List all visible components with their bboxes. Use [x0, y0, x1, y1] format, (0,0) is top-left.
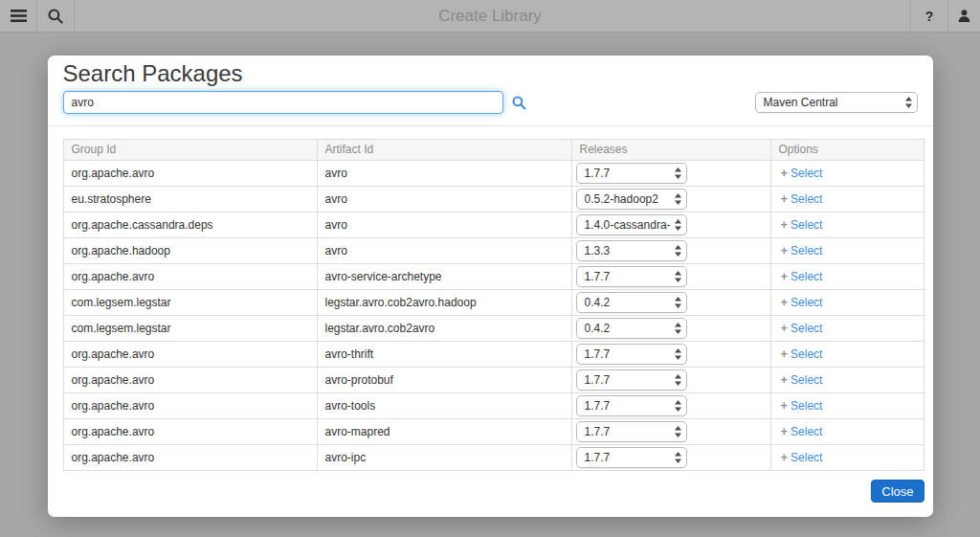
select-arrows-icon: [675, 193, 681, 205]
releases-cell: 0.4.2: [571, 290, 770, 316]
menu-button[interactable]: [0, 0, 37, 32]
select-arrows-icon: [675, 271, 681, 282]
table-row: org.apache.avro avro-ipc 1.7.7 + Select: [63, 445, 924, 471]
table-row: org.apache.avro avro-protobuf 1.7.7 + Se…: [63, 368, 924, 393]
select-package-link[interactable]: + Select: [781, 163, 823, 184]
select-arrows-icon: [675, 426, 681, 437]
releases-cell: 1.7.7: [571, 419, 770, 445]
package-results-table: Group Id Artifact Id Releases Options or…: [63, 139, 924, 471]
release-version-select[interactable]: 1.7.7: [576, 344, 687, 365]
select-arrows-icon: [675, 219, 681, 231]
artifact-id-cell: avro-tools: [317, 393, 571, 419]
artifact-id-cell: avro-ipc: [317, 445, 571, 471]
release-version-select[interactable]: 1.7.7: [576, 421, 687, 442]
release-version-select[interactable]: 0.5.2-hadoop2: [576, 189, 687, 210]
search-row: Maven Central: [63, 91, 918, 114]
table-row: org.apache.avro avro-mapred 1.7.7 + Sele…: [63, 419, 924, 445]
column-header-group-id: Group Id: [63, 140, 317, 161]
release-version-select[interactable]: 1.7.7: [576, 163, 687, 184]
hamburger-icon: [11, 10, 27, 22]
user-menu-button[interactable]: [947, 0, 980, 32]
release-version-select[interactable]: 1.3.3: [576, 240, 687, 261]
table-header-row: Group Id Artifact Id Releases Options: [63, 140, 924, 161]
releases-cell: 1.7.7: [571, 393, 770, 419]
package-search-input[interactable]: [63, 91, 503, 114]
group-id-cell: org.apache.avro: [63, 342, 317, 368]
select-arrows-icon: [905, 97, 912, 108]
table-row: com.legsem.legstar legstar.avro.cob2avro…: [63, 316, 924, 342]
help-button[interactable]: ?: [910, 0, 947, 32]
options-cell: + Select: [770, 419, 924, 445]
navbar-right-group: ?: [910, 0, 980, 32]
select-package-link[interactable]: + Select: [781, 421, 823, 442]
select-arrows-icon: [675, 168, 681, 179]
release-version-select[interactable]: 0.4.2: [576, 292, 687, 313]
column-header-releases: Releases: [571, 140, 770, 161]
group-id-cell: org.apache.cassandra.deps: [63, 213, 317, 238]
select-package-link[interactable]: + Select: [781, 189, 823, 210]
select-link-label: Select: [791, 163, 822, 184]
select-package-link[interactable]: + Select: [781, 318, 823, 339]
table-row: org.apache.avro avro-thrift 1.7.7 + Sele…: [63, 342, 924, 368]
artifact-id-cell: avro-thrift: [317, 342, 571, 368]
modal-title: Search Packages: [63, 60, 918, 87]
plus-icon: +: [781, 421, 789, 442]
select-package-link[interactable]: + Select: [781, 369, 823, 391]
select-arrows-icon: [675, 323, 681, 334]
release-version-select[interactable]: 1.7.7: [576, 395, 687, 416]
select-package-link[interactable]: + Select: [781, 292, 823, 313]
artifact-id-cell: avro-mapred: [317, 419, 571, 445]
select-package-link[interactable]: + Select: [781, 240, 823, 261]
select-package-link[interactable]: + Select: [781, 395, 823, 416]
releases-cell: 1.7.7: [571, 445, 770, 471]
repository-select[interactable]: Maven Central: [755, 92, 918, 113]
group-id-cell: org.apache.hadoop: [63, 238, 317, 264]
select-arrows-icon: [675, 452, 681, 463]
package-table-body: org.apache.avro avro 1.7.7 + Select eu.s…: [63, 161, 924, 471]
select-link-label: Select: [791, 318, 822, 339]
select-package-link[interactable]: + Select: [781, 447, 823, 468]
release-version-select[interactable]: 1.7.7: [576, 447, 687, 468]
select-arrows-icon: [675, 245, 681, 257]
plus-icon: +: [781, 189, 789, 210]
search-icon: [512, 96, 526, 110]
user-icon: [957, 9, 971, 23]
table-row: org.apache.cassandra.deps avro 1.4.0-cas…: [63, 213, 924, 238]
select-link-label: Select: [791, 344, 822, 365]
release-version-select[interactable]: 0.4.2: [576, 318, 687, 339]
options-cell: + Select: [770, 238, 924, 264]
select-link-label: Select: [791, 240, 822, 261]
releases-cell: 1.7.7: [571, 161, 770, 187]
releases-cell: 1.4.0-cassandra-1: [571, 213, 770, 238]
select-package-link[interactable]: + Select: [781, 214, 823, 235]
group-id-cell: com.legsem.legstar: [63, 290, 317, 316]
select-link-label: Select: [791, 421, 822, 442]
release-version-select[interactable]: 1.7.7: [576, 266, 687, 287]
column-header-options: Options: [770, 140, 924, 161]
releases-cell: 1.7.7: [571, 368, 770, 393]
group-id-cell: org.apache.avro: [63, 368, 317, 393]
select-package-link[interactable]: + Select: [781, 344, 823, 365]
select-link-label: Select: [791, 214, 822, 235]
plus-icon: +: [781, 395, 789, 416]
release-version-select[interactable]: 1.4.0-cassandra-1: [576, 214, 687, 235]
group-id-cell: org.apache.avro: [63, 419, 317, 445]
modal-footer: Close: [48, 471, 933, 517]
plus-icon: +: [781, 214, 789, 235]
search-submit-button[interactable]: [512, 96, 526, 110]
options-cell: + Select: [770, 187, 924, 213]
table-row: eu.stratosphere avro 0.5.2-hadoop2 + Sel…: [63, 187, 924, 213]
group-id-cell: org.apache.avro: [63, 393, 317, 419]
help-icon: ?: [925, 9, 934, 24]
select-link-label: Select: [791, 395, 822, 416]
releases-cell: 0.5.2-hadoop2: [571, 187, 770, 213]
top-navbar: Create Library ?: [0, 0, 980, 33]
artifact-id-cell: avro: [317, 238, 571, 264]
close-button[interactable]: Close: [871, 480, 924, 503]
nav-search-button[interactable]: [37, 0, 75, 32]
releases-cell: 1.3.3: [571, 238, 770, 264]
artifact-id-cell: avro-service-archetype: [317, 264, 571, 290]
search-icon: [48, 9, 63, 24]
select-package-link[interactable]: + Select: [781, 266, 823, 287]
release-version-select[interactable]: 1.7.7: [576, 369, 687, 391]
